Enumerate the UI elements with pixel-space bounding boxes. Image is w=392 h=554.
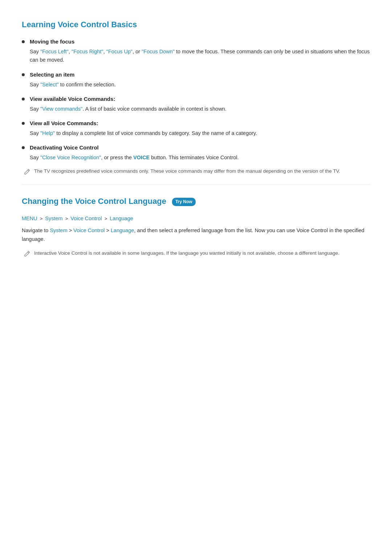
breadcrumb: MENU > System > Voice Control > Language [22,214,370,223]
section1-note-text: The TV recognizes predefined voice comma… [34,168,340,175]
breadcrumb-system: System [45,216,62,221]
breadcrumb-voice-control: Voice Control [70,216,102,221]
nav-language: Language [111,227,134,233]
bullet-view-all: View all Voice Commands: Say "Help" to d… [22,119,370,138]
pencil-icon-2 [23,250,30,258]
nav-sep-1: > [69,227,74,233]
bullet-label-5: Deactivating Voice Control [30,143,370,152]
cmd-focus-left: "Focus Left" [40,49,69,54]
bullet-content-5: Deactivating Voice Control Say "Close Vo… [30,143,370,162]
pencil-icon [23,168,30,176]
cmd-view-commands: "View commands" [40,106,82,112]
bullet-desc-1: Say "Focus Left", "Focus Right", "Focus … [30,48,370,64]
bullet-label-1: Moving the focus [30,37,370,46]
breadcrumb-sep-2: > [65,216,68,221]
section1-note-block: The TV recognizes predefined voice comma… [22,168,370,176]
bullet-content-3: View available Voice Commands: Say "View… [30,95,370,113]
section1-title: Learning Voice Control Basics [22,18,370,31]
bullet-moving-focus: Moving the focus Say "Focus Left", "Focu… [22,37,370,64]
section-divider [22,184,370,185]
basics-bullet-list: Moving the focus Say "Focus Left", "Focu… [22,37,370,162]
section2-title: Changing the Voice Control Language Try … [22,195,370,208]
section-learning-basics: Learning Voice Control Basics Moving the… [22,18,370,176]
voice-button-label: VOICE [133,155,150,160]
bullet-desc-3: Say "View commands". A list of basic voi… [30,105,370,113]
bullet-selecting-item: Selecting an item Say "Select" to confir… [22,70,370,89]
cmd-select: "Select" [40,82,59,87]
breadcrumb-language: Language [110,216,133,221]
bullet-label-3: View available Voice Commands: [30,95,370,103]
section2-note-text: Interactive Voice Control is not availab… [34,250,339,257]
section2-nav-text: Navigate to System > Voice Control > Lan… [22,226,370,244]
bullet-dot-3 [22,98,25,100]
nav-voice-control: Voice Control [73,227,105,233]
bullet-dot-5 [22,146,25,149]
cmd-focus-down: "Focus Down" [142,49,175,54]
bullet-view-available: View available Voice Commands: Say "View… [22,95,370,113]
bullet-label-4: View all Voice Commands: [30,119,370,128]
breadcrumb-sep-1: > [40,216,43,221]
bullet-desc-4: Say "Help" to display a complete list of… [30,129,370,138]
bullet-desc-5: Say "Close Voice Recognition", or press … [30,153,370,162]
bullet-content-4: View all Voice Commands: Say "Help" to d… [30,119,370,138]
bullet-content-1: Moving the focus Say "Focus Left", "Focu… [30,37,370,64]
bullet-dot-1 [22,40,25,43]
bullet-dot-2 [22,73,25,76]
cmd-close-voice: "Close Voice Recognition" [40,155,101,160]
bullet-content-2: Selecting an item Say "Select" to confir… [30,70,370,89]
bullet-deactivate: Deactivating Voice Control Say "Close Vo… [22,143,370,162]
cmd-focus-up: "Focus Up" [106,49,132,54]
bullet-dot-4 [22,122,25,125]
section2-note-block: Interactive Voice Control is not availab… [22,250,370,258]
try-now-badge[interactable]: Try Now [172,198,196,206]
breadcrumb-menu: MENU [22,216,37,221]
nav-system: System [50,227,67,233]
section-changing-language: Changing the Voice Control Language Try … [22,195,370,257]
bullet-desc-2: Say "Select" to confirm the selection. [30,81,370,89]
breadcrumb-sep-3: > [105,216,107,221]
cmd-help: "Help" [40,130,55,136]
cmd-focus-right: "Focus Right" [72,49,103,54]
nav-sep-2: > [106,227,111,233]
bullet-label-2: Selecting an item [30,70,370,79]
